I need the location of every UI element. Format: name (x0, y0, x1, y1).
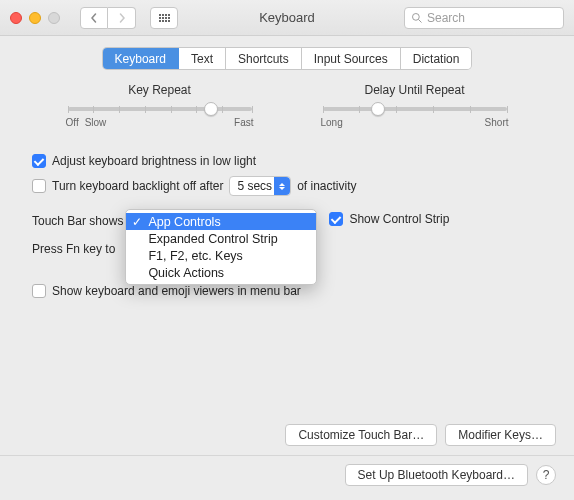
nav-buttons (80, 7, 136, 29)
svg-point-0 (413, 13, 420, 20)
backlight-timeout-select[interactable]: 5 secs (229, 176, 291, 196)
sliders-row: Key Repeat OffSlow Fast Delay Until Repe… (32, 83, 542, 128)
tab-keyboard[interactable]: Keyboard (103, 48, 179, 69)
brightness-checkbox[interactable] (32, 154, 46, 168)
delay-group: Delay Until Repeat Long Short (315, 83, 515, 128)
tab-input-sources[interactable]: Input Sources (302, 48, 401, 69)
tick-long: Long (321, 117, 343, 128)
stepper-icon (274, 177, 290, 195)
tab-text[interactable]: Text (179, 48, 226, 69)
forward-button[interactable] (108, 7, 136, 29)
brightness-label: Adjust keyboard brightness in low light (52, 154, 256, 168)
control-strip-row: Show Control Strip (329, 212, 449, 226)
touchbar-label: Touch Bar shows (32, 212, 123, 228)
fnkey-label: Press Fn key to (32, 242, 115, 256)
control-strip-checkbox[interactable] (329, 212, 343, 226)
search-placeholder: Search (427, 11, 465, 25)
touchbar-menu: App Controls Expanded Control Strip F1, … (125, 209, 317, 285)
show-all-button[interactable] (150, 7, 178, 29)
close-icon[interactable] (10, 12, 22, 24)
help-button[interactable]: ? (536, 465, 556, 485)
control-strip-label: Show Control Strip (349, 212, 449, 226)
delay-label: Delay Until Repeat (315, 83, 515, 97)
svg-line-1 (419, 19, 422, 22)
bottom-buttons: Customize Touch Bar… Modifier Keys… (285, 424, 556, 446)
touchbar-row: Touch Bar shows App Controls Expanded Co… (32, 212, 542, 228)
select-value: 5 secs (237, 179, 272, 193)
menu-item-quick-actions[interactable]: Quick Actions (126, 264, 316, 281)
tick-fast: Fast (234, 117, 253, 128)
maximize-icon (48, 12, 60, 24)
key-repeat-slider[interactable] (68, 107, 252, 111)
modifier-keys-button[interactable]: Modifier Keys… (445, 424, 556, 446)
backlight-suffix: of inactivity (297, 179, 356, 193)
tab-shortcuts[interactable]: Shortcuts (226, 48, 302, 69)
window-controls (10, 12, 60, 24)
brightness-row: Adjust keyboard brightness in low light (32, 154, 542, 168)
viewers-label: Show keyboard and emoji viewers in menu … (52, 284, 301, 298)
menu-item-fkeys[interactable]: F1, F2, etc. Keys (126, 247, 316, 264)
viewers-row: Show keyboard and emoji viewers in menu … (32, 284, 542, 298)
bluetooth-keyboard-button[interactable]: Set Up Bluetooth Keyboard… (345, 464, 528, 486)
slider-knob-icon[interactable] (204, 102, 218, 116)
key-repeat-group: Key Repeat OffSlow Fast (60, 83, 260, 128)
minimize-icon[interactable] (29, 12, 41, 24)
tab-dictation[interactable]: Dictation (401, 48, 472, 69)
titlebar: Keyboard Search (0, 0, 574, 36)
divider (0, 455, 574, 456)
tick-short: Short (485, 117, 509, 128)
delay-slider[interactable] (323, 107, 507, 111)
search-field[interactable]: Search (404, 7, 564, 29)
viewers-checkbox[interactable] (32, 284, 46, 298)
slider-knob-icon[interactable] (371, 102, 385, 116)
menu-item-expanded[interactable]: Expanded Control Strip (126, 230, 316, 247)
backlight-row: Turn keyboard backlight off after 5 secs… (32, 176, 542, 196)
tick-slow: Slow (85, 117, 107, 128)
menu-item-app-controls[interactable]: App Controls (126, 213, 316, 230)
search-icon (411, 12, 423, 24)
grid-icon (159, 14, 170, 22)
tick-off: Off (66, 117, 79, 128)
tab-bar: Keyboard Text Shortcuts Input Sources Di… (103, 48, 472, 69)
key-repeat-label: Key Repeat (60, 83, 260, 97)
customize-touchbar-button[interactable]: Customize Touch Bar… (285, 424, 437, 446)
backlight-label: Turn keyboard backlight off after (52, 179, 223, 193)
footer: Set Up Bluetooth Keyboard… ? (345, 464, 556, 486)
backlight-checkbox[interactable] (32, 179, 46, 193)
back-button[interactable] (80, 7, 108, 29)
content: Key Repeat OffSlow Fast Delay Until Repe… (0, 69, 574, 298)
